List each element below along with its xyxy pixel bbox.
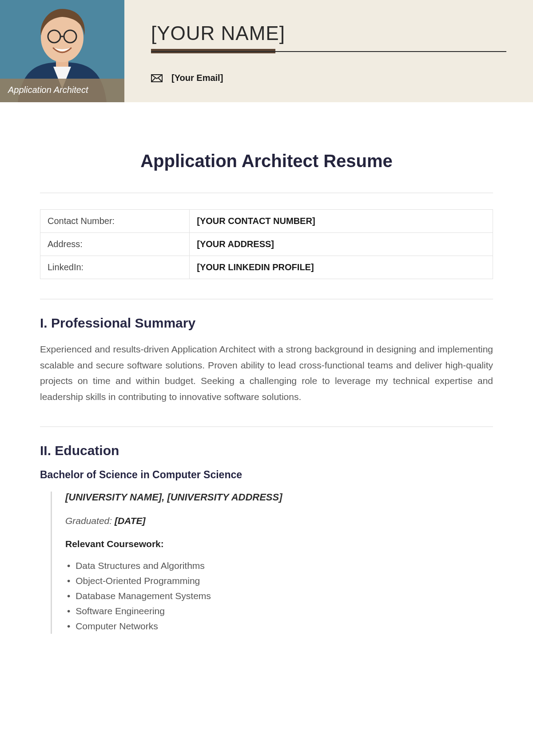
table-row: Contact Number: [YOUR CONTACT NUMBER] (40, 210, 493, 233)
graduated-label: Graduated: (65, 516, 115, 526)
info-value: [YOUR CONTACT NUMBER] (190, 210, 493, 233)
header-band: Application Architect [YOUR NAME] [Your … (0, 0, 533, 102)
header-main: [YOUR NAME] [Your Email] (124, 0, 533, 102)
coursework-label: Relevant Coursework: (65, 539, 493, 549)
graduated-value: [DATE] (115, 516, 146, 526)
graduated-line: Graduated: [DATE] (65, 516, 493, 526)
name-placeholder: [YOUR NAME] (151, 22, 506, 44)
list-item: Software Engineering (67, 604, 493, 619)
education-detail-block: [UNIVERSITY NAME], [UNIVERSITY ADDRESS] … (51, 492, 493, 634)
summary-paragraph: Experienced and results-driven Applicati… (40, 341, 493, 405)
list-item: Object-Oriented Programming (67, 573, 493, 588)
info-value: [YOUR ADDRESS] (190, 233, 493, 256)
contact-info-table: Contact Number: [YOUR CONTACT NUMBER] Ad… (40, 209, 493, 279)
university-line: [UNIVERSITY NAME], [UNIVERSITY ADDRESS] (65, 492, 493, 503)
name-underline (151, 49, 506, 53)
info-label: Address: (40, 233, 190, 256)
list-item: Data Structures and Algorithms (67, 558, 493, 573)
section-heading-summary: I. Professional Summary (40, 316, 493, 331)
document-body: Application Architect Resume Contact Num… (0, 102, 533, 634)
info-label: Contact Number: (40, 210, 190, 233)
divider (40, 426, 493, 427)
job-title-overlay: Application Architect (0, 79, 124, 102)
table-row: Address: [YOUR ADDRESS] (40, 233, 493, 256)
divider (40, 299, 493, 300)
coursework-list: Data Structures and Algorithms Object-Or… (65, 558, 493, 634)
divider (40, 192, 493, 193)
email-row: [Your Email] (151, 73, 506, 83)
section-heading-education: II. Education (40, 443, 493, 458)
profile-photo-column: Application Architect (0, 0, 124, 102)
info-value: [YOUR LINKEDIN PROFILE] (190, 256, 493, 279)
info-label: LinkedIn: (40, 256, 190, 279)
list-item: Computer Networks (67, 619, 493, 634)
mail-icon (151, 74, 163, 82)
email-placeholder: [Your Email] (171, 73, 223, 83)
table-row: LinkedIn: [YOUR LINKEDIN PROFILE] (40, 256, 493, 279)
degree-title: Bachelor of Science in Computer Science (40, 469, 493, 481)
document-title: Application Architect Resume (40, 151, 493, 171)
list-item: Database Management Systems (67, 588, 493, 604)
